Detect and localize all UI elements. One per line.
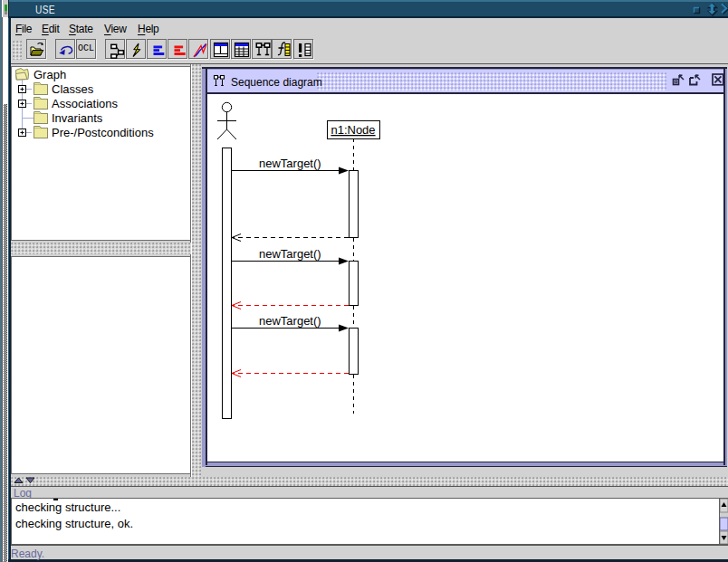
svg-text:n1:Node: n1:Node: [330, 123, 375, 137]
svg-text:Classes: Classes: [52, 82, 94, 96]
svg-text:newTarget(): newTarget(): [259, 247, 321, 261]
svg-text:Graph: Graph: [34, 68, 66, 81]
svg-text:Pre-/Postconditions: Pre-/Postconditions: [52, 126, 154, 139]
svg-text:newTarget(): newTarget(): [259, 157, 321, 170]
svg-text:newTarget(): newTarget(): [259, 314, 321, 328]
svg-text:Invariants: Invariants: [52, 111, 103, 125]
svg-text:Associations: Associations: [52, 97, 118, 110]
